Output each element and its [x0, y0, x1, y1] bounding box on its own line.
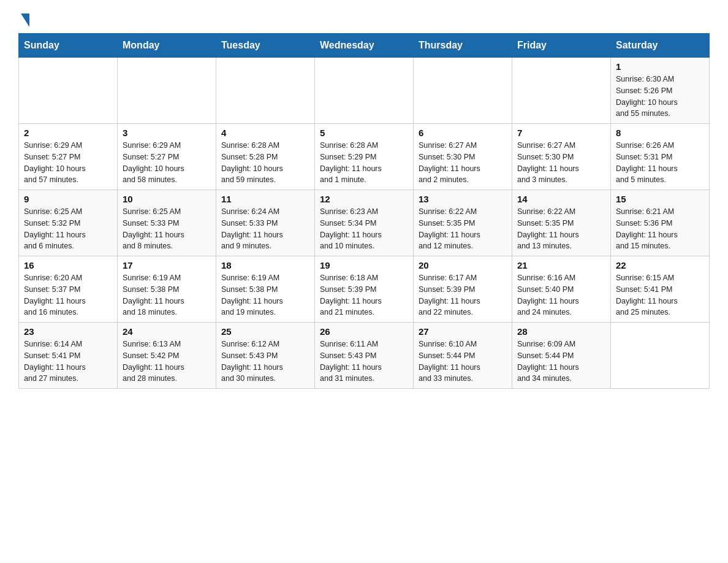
calendar-day-cell: 2Sunrise: 6:29 AM Sunset: 5:27 PM Daylig…	[19, 124, 118, 190]
day-number: 7	[517, 128, 605, 138]
calendar-day-cell: 21Sunrise: 6:16 AM Sunset: 5:40 PM Dayli…	[512, 256, 611, 323]
day-info: Sunrise: 6:24 AM Sunset: 5:33 PM Dayligh…	[221, 206, 309, 252]
day-info: Sunrise: 6:28 AM Sunset: 5:29 PM Dayligh…	[320, 140, 408, 186]
day-number: 22	[616, 260, 704, 270]
day-info: Sunrise: 6:29 AM Sunset: 5:27 PM Dayligh…	[123, 140, 211, 186]
day-info: Sunrise: 6:21 AM Sunset: 5:36 PM Dayligh…	[616, 206, 704, 252]
day-number: 25	[221, 326, 309, 337]
calendar-day-cell: 22Sunrise: 6:15 AM Sunset: 5:41 PM Dayli…	[611, 256, 710, 323]
day-number: 2	[24, 128, 112, 138]
day-number: 17	[123, 260, 211, 270]
day-number: 8	[616, 128, 704, 138]
weekday-header-tuesday: Tuesday	[216, 34, 315, 58]
day-info: Sunrise: 6:22 AM Sunset: 5:35 PM Dayligh…	[517, 206, 605, 252]
day-number: 19	[320, 260, 408, 270]
day-number: 21	[517, 260, 605, 270]
day-number: 10	[123, 194, 211, 204]
day-info: Sunrise: 6:30 AM Sunset: 5:26 PM Dayligh…	[616, 74, 704, 120]
calendar-day-cell: 10Sunrise: 6:25 AM Sunset: 5:33 PM Dayli…	[118, 190, 216, 256]
day-info: Sunrise: 6:12 AM Sunset: 5:43 PM Dayligh…	[221, 339, 309, 385]
calendar-week-5: 23Sunrise: 6:14 AM Sunset: 5:41 PM Dayli…	[19, 323, 710, 389]
calendar-day-cell: 14Sunrise: 6:22 AM Sunset: 5:35 PM Dayli…	[512, 190, 611, 256]
calendar-week-3: 9Sunrise: 6:25 AM Sunset: 5:32 PM Daylig…	[19, 190, 710, 256]
calendar-day-cell: 1Sunrise: 6:30 AM Sunset: 5:26 PM Daylig…	[611, 58, 710, 124]
calendar-day-cell	[315, 58, 414, 124]
calendar-day-cell	[414, 58, 512, 124]
calendar-day-cell: 9Sunrise: 6:25 AM Sunset: 5:32 PM Daylig…	[19, 190, 118, 256]
day-info: Sunrise: 6:16 AM Sunset: 5:40 PM Dayligh…	[517, 272, 605, 318]
day-number: 20	[419, 260, 507, 270]
weekday-header-monday: Monday	[118, 34, 216, 58]
day-number: 6	[419, 128, 507, 138]
day-number: 3	[123, 128, 211, 138]
calendar-day-cell: 28Sunrise: 6:09 AM Sunset: 5:44 PM Dayli…	[512, 323, 611, 389]
day-number: 23	[24, 326, 112, 337]
day-info: Sunrise: 6:20 AM Sunset: 5:37 PM Dayligh…	[24, 272, 112, 318]
calendar-day-cell: 8Sunrise: 6:26 AM Sunset: 5:31 PM Daylig…	[611, 124, 710, 190]
day-number: 11	[221, 194, 309, 204]
calendar-day-cell: 16Sunrise: 6:20 AM Sunset: 5:37 PM Dayli…	[19, 256, 118, 323]
calendar-day-cell: 3Sunrise: 6:29 AM Sunset: 5:27 PM Daylig…	[118, 124, 216, 190]
day-info: Sunrise: 6:27 AM Sunset: 5:30 PM Dayligh…	[517, 140, 605, 186]
day-info: Sunrise: 6:25 AM Sunset: 5:33 PM Dayligh…	[123, 206, 211, 252]
weekday-header-sunday: Sunday	[19, 34, 118, 58]
calendar-day-cell: 27Sunrise: 6:10 AM Sunset: 5:44 PM Dayli…	[414, 323, 512, 389]
calendar-day-cell: 26Sunrise: 6:11 AM Sunset: 5:43 PM Dayli…	[315, 323, 414, 389]
calendar-day-cell: 20Sunrise: 6:17 AM Sunset: 5:39 PM Dayli…	[414, 256, 512, 323]
day-number: 28	[517, 326, 605, 337]
day-info: Sunrise: 6:22 AM Sunset: 5:35 PM Dayligh…	[419, 206, 507, 252]
day-number: 9	[24, 194, 112, 204]
calendar-day-cell: 7Sunrise: 6:27 AM Sunset: 5:30 PM Daylig…	[512, 124, 611, 190]
calendar-day-cell	[216, 58, 315, 124]
calendar-day-cell: 18Sunrise: 6:19 AM Sunset: 5:38 PM Dayli…	[216, 256, 315, 323]
day-info: Sunrise: 6:25 AM Sunset: 5:32 PM Dayligh…	[24, 206, 112, 252]
day-number: 26	[320, 326, 408, 337]
weekday-header-thursday: Thursday	[414, 34, 512, 58]
calendar-day-cell	[512, 58, 611, 124]
calendar-week-2: 2Sunrise: 6:29 AM Sunset: 5:27 PM Daylig…	[19, 124, 710, 190]
day-info: Sunrise: 6:19 AM Sunset: 5:38 PM Dayligh…	[123, 272, 211, 318]
day-number: 1	[616, 61, 704, 72]
calendar-day-cell: 19Sunrise: 6:18 AM Sunset: 5:39 PM Dayli…	[315, 256, 414, 323]
calendar-day-cell: 4Sunrise: 6:28 AM Sunset: 5:28 PM Daylig…	[216, 124, 315, 190]
day-info: Sunrise: 6:27 AM Sunset: 5:30 PM Dayligh…	[419, 140, 507, 186]
day-info: Sunrise: 6:10 AM Sunset: 5:44 PM Dayligh…	[419, 339, 507, 385]
calendar-day-cell: 12Sunrise: 6:23 AM Sunset: 5:34 PM Dayli…	[315, 190, 414, 256]
day-info: Sunrise: 6:28 AM Sunset: 5:28 PM Dayligh…	[221, 140, 309, 186]
calendar-day-cell: 23Sunrise: 6:14 AM Sunset: 5:41 PM Dayli…	[19, 323, 118, 389]
logo	[18, 12, 29, 27]
day-number: 4	[221, 128, 309, 138]
day-info: Sunrise: 6:29 AM Sunset: 5:27 PM Dayligh…	[24, 140, 112, 186]
weekday-header-saturday: Saturday	[611, 34, 710, 58]
calendar-day-cell: 25Sunrise: 6:12 AM Sunset: 5:43 PM Dayli…	[216, 323, 315, 389]
day-info: Sunrise: 6:11 AM Sunset: 5:43 PM Dayligh…	[320, 339, 408, 385]
logo-triangle-icon	[21, 13, 29, 27]
day-info: Sunrise: 6:17 AM Sunset: 5:39 PM Dayligh…	[419, 272, 507, 318]
calendar-day-cell: 5Sunrise: 6:28 AM Sunset: 5:29 PM Daylig…	[315, 124, 414, 190]
calendar-table: SundayMondayTuesdayWednesdayThursdayFrid…	[18, 33, 710, 389]
day-info: Sunrise: 6:13 AM Sunset: 5:42 PM Dayligh…	[123, 339, 211, 385]
day-number: 5	[320, 128, 408, 138]
day-number: 15	[616, 194, 704, 204]
day-number: 27	[419, 326, 507, 337]
calendar-day-cell: 24Sunrise: 6:13 AM Sunset: 5:42 PM Dayli…	[118, 323, 216, 389]
calendar-day-cell	[19, 58, 118, 124]
day-info: Sunrise: 6:18 AM Sunset: 5:39 PM Dayligh…	[320, 272, 408, 318]
calendar-day-cell: 11Sunrise: 6:24 AM Sunset: 5:33 PM Dayli…	[216, 190, 315, 256]
calendar-day-cell	[118, 58, 216, 124]
day-info: Sunrise: 6:09 AM Sunset: 5:44 PM Dayligh…	[517, 339, 605, 385]
weekday-header-friday: Friday	[512, 34, 611, 58]
calendar-day-cell: 13Sunrise: 6:22 AM Sunset: 5:35 PM Dayli…	[414, 190, 512, 256]
calendar-day-cell: 17Sunrise: 6:19 AM Sunset: 5:38 PM Dayli…	[118, 256, 216, 323]
calendar-day-cell	[611, 323, 710, 389]
day-number: 24	[123, 326, 211, 337]
calendar-week-4: 16Sunrise: 6:20 AM Sunset: 5:37 PM Dayli…	[19, 256, 710, 323]
day-info: Sunrise: 6:14 AM Sunset: 5:41 PM Dayligh…	[24, 339, 112, 385]
calendar-week-1: 1Sunrise: 6:30 AM Sunset: 5:26 PM Daylig…	[19, 58, 710, 124]
day-number: 18	[221, 260, 309, 270]
calendar-day-cell: 6Sunrise: 6:27 AM Sunset: 5:30 PM Daylig…	[414, 124, 512, 190]
day-number: 13	[419, 194, 507, 204]
page-header	[18, 12, 710, 27]
day-number: 14	[517, 194, 605, 204]
day-info: Sunrise: 6:19 AM Sunset: 5:38 PM Dayligh…	[221, 272, 309, 318]
